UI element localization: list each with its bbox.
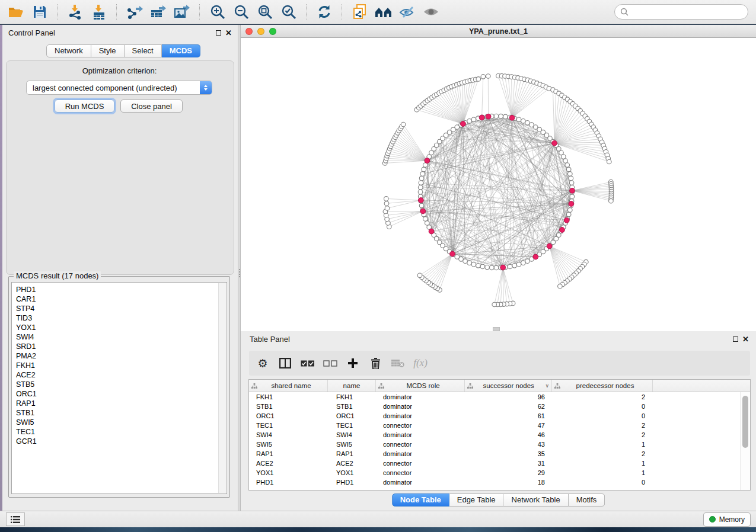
graph-node[interactable]: [490, 265, 495, 270]
graph-node[interactable]: [565, 163, 570, 168]
graph-node[interactable]: [570, 194, 575, 199]
graph-hub-node[interactable]: [560, 227, 565, 233]
criterion-dropdown[interactable]: largest connected component (undirected): [26, 81, 212, 95]
graph-node[interactable]: [568, 172, 573, 177]
tab-mcds[interactable]: MCDS: [162, 44, 200, 57]
graph-hub-node[interactable]: [461, 121, 466, 127]
column-header-predecessor-nodes[interactable]: predecessor nodes: [552, 380, 653, 392]
show-all-icon[interactable]: [421, 2, 441, 22]
mcds-result-item[interactable]: STB5: [16, 380, 37, 389]
graph-hub-node[interactable]: [509, 115, 515, 120]
graph-leaf-node[interactable]: [558, 284, 563, 289]
table-scrollbar[interactable]: [741, 392, 750, 491]
graph-node[interactable]: [562, 155, 566, 159]
table-row[interactable]: SWI4SWI4dominator462: [249, 430, 750, 440]
graph-node[interactable]: [521, 119, 526, 124]
mcds-result-item[interactable]: SWI5: [16, 418, 37, 427]
graph-node[interactable]: [471, 117, 476, 122]
close-panel-button[interactable]: Close panel: [120, 100, 183, 113]
graph-node[interactable]: [563, 159, 568, 164]
mcds-result-item[interactable]: STB1: [16, 408, 37, 418]
graph-node[interactable]: [508, 264, 512, 269]
network-titlebar[interactable]: YPA_prune.txt_1: [241, 25, 756, 38]
export-network-icon[interactable]: [125, 2, 145, 22]
graph-node[interactable]: [494, 265, 499, 270]
network-graph[interactable]: [241, 38, 756, 331]
graph-hub-node[interactable]: [552, 140, 557, 146]
graph-node[interactable]: [503, 114, 508, 119]
graph-node[interactable]: [418, 190, 423, 194]
mcds-result-item[interactable]: PMA2: [16, 351, 37, 361]
first-neighbors-icon[interactable]: [374, 2, 394, 22]
mcds-result-item[interactable]: GCR1: [16, 437, 37, 446]
graph-leaf-node[interactable]: [401, 122, 406, 127]
mcds-result-item[interactable]: STP4: [16, 304, 37, 313]
tab-style[interactable]: Style: [91, 44, 125, 57]
graph-node[interactable]: [568, 208, 573, 213]
graph-node[interactable]: [420, 172, 425, 177]
graph-node[interactable]: [419, 181, 423, 185]
column-header-MCDS-role[interactable]: MCDS role: [376, 380, 465, 392]
task-history-button[interactable]: [6, 512, 25, 526]
graph-node[interactable]: [419, 203, 424, 208]
table-row[interactable]: TEC1TEC1connector472: [249, 421, 750, 430]
deselect-all-icon[interactable]: [323, 355, 338, 371]
mcds-result-item[interactable]: TID3: [16, 313, 37, 323]
mcds-result-item[interactable]: CAR1: [16, 294, 37, 304]
graph-node[interactable]: [476, 264, 481, 268]
network-canvas[interactable]: [241, 38, 756, 331]
graph-node[interactable]: [425, 221, 430, 226]
graph-hub-node[interactable]: [420, 209, 426, 214]
close-table-panel-icon[interactable]: ✕: [742, 336, 749, 342]
graph-leaf-node[interactable]: [492, 302, 497, 307]
destroy-table-icon[interactable]: [390, 355, 406, 371]
graph-node[interactable]: [512, 264, 517, 268]
mcds-result-item[interactable]: SRD1: [16, 342, 37, 351]
graph-hub-node[interactable]: [570, 188, 575, 193]
graph-hub-node[interactable]: [564, 218, 569, 223]
graph-hub-node[interactable]: [429, 229, 434, 234]
graph-node[interactable]: [467, 119, 472, 124]
graph-node[interactable]: [418, 185, 423, 190]
zoom-in-icon[interactable]: [208, 2, 228, 22]
zoom-selected-icon[interactable]: [279, 2, 299, 22]
export-image-icon[interactable]: [172, 2, 192, 22]
export-table-icon[interactable]: [148, 2, 168, 22]
zoom-out-icon[interactable]: [231, 2, 251, 22]
tab-network[interactable]: Network: [46, 44, 91, 57]
tab-node-table[interactable]: Node Table: [392, 493, 449, 507]
tab-edge-table[interactable]: Edge Table: [449, 493, 504, 507]
mcds-result-item[interactable]: ACE2: [16, 370, 37, 380]
node-table[interactable]: shared namenameMCDS rolesuccessor nodes∨…: [248, 379, 751, 491]
graph-leaf-node[interactable]: [609, 198, 614, 203]
graph-node[interactable]: [569, 176, 573, 181]
graph-leaf-node[interactable]: [385, 206, 390, 211]
graph-hub-node[interactable]: [450, 251, 455, 257]
graph-leaf-node[interactable]: [384, 201, 389, 206]
graph-node[interactable]: [419, 176, 424, 181]
column-header-shared-name[interactable]: shared name: [249, 380, 328, 392]
graph-hub-node[interactable]: [533, 254, 538, 259]
canvas-splitter-handle[interactable]: [493, 327, 500, 331]
graph-leaf-node[interactable]: [417, 273, 422, 278]
graph-node[interactable]: [471, 262, 476, 267]
graph-hub-node[interactable]: [500, 265, 506, 270]
mcds-result-item[interactable]: PHD1: [16, 285, 37, 294]
tab-motifs[interactable]: Motifs: [569, 493, 605, 507]
refresh-icon[interactable]: [314, 2, 334, 22]
mcds-result-list[interactable]: PHD1CAR1STP4TID3YOX1SWI4SRD1PMA2FKH1ACE2…: [11, 282, 227, 494]
graph-node[interactable]: [480, 264, 485, 269]
open-session-icon[interactable]: [6, 2, 26, 22]
float-table-panel-icon[interactable]: [733, 336, 738, 342]
tab-select[interactable]: Select: [125, 44, 162, 57]
table-row[interactable]: ORC1ORC1dominator610: [249, 411, 750, 421]
settings-gear-icon[interactable]: ⚙: [255, 355, 270, 371]
mcds-result-item[interactable]: ORC1: [16, 389, 37, 399]
graph-leaf-node[interactable]: [607, 159, 612, 164]
table-row[interactable]: SWI5SWI5connector431: [249, 440, 750, 449]
graph-node[interactable]: [516, 262, 521, 267]
graph-node[interactable]: [525, 259, 530, 264]
graph-leaf-node[interactable]: [481, 75, 486, 79]
table-row[interactable]: ACE2ACE2connector311: [249, 459, 750, 468]
table-row[interactable]: FKH1FKH1dominator962: [249, 392, 750, 402]
